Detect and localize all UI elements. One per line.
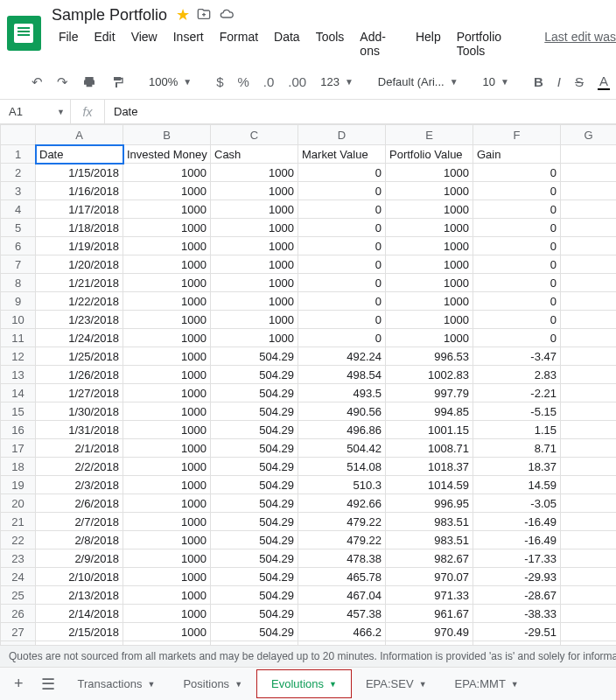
cell[interactable]: 970.49 [386, 623, 473, 641]
cell[interactable]: 0 [298, 329, 386, 347]
col-header-C[interactable]: C [211, 125, 298, 145]
cell[interactable]: 2.83 [473, 366, 561, 384]
cell[interactable]: 510.3 [298, 476, 386, 494]
cell[interactable]: 504.29 [211, 531, 298, 550]
cell[interactable]: 14.59 [473, 476, 561, 494]
row-header[interactable]: 24 [1, 568, 36, 586]
cell[interactable] [561, 439, 617, 458]
cell[interactable]: 1000 [123, 568, 211, 586]
dec-decrease-button[interactable]: .0 [258, 71, 280, 93]
cell[interactable]: 1000 [211, 164, 298, 182]
cell[interactable]: 2/1/2018 [36, 439, 123, 458]
row-header[interactable]: 1 [1, 145, 36, 164]
cell[interactable]: 1/18/2018 [36, 219, 123, 237]
cell[interactable]: 504.29 [211, 347, 298, 366]
last-edit-link[interactable]: Last edit was [532, 26, 616, 61]
cell[interactable]: 1000 [386, 274, 473, 292]
col-header-D[interactable]: D [298, 125, 386, 145]
menu-add-ons[interactable]: Add-ons [353, 26, 407, 61]
cell[interactable]: 0 [298, 237, 386, 256]
cell[interactable]: 2/8/2018 [36, 531, 123, 550]
cell[interactable]: 504.42 [298, 439, 386, 458]
cell[interactable]: 1000 [123, 458, 211, 476]
cell[interactable]: 457.38 [298, 605, 386, 623]
cell[interactable] [561, 274, 617, 292]
cell[interactable]: 1000 [123, 366, 211, 384]
cell[interactable]: 1000 [123, 274, 211, 292]
cell[interactable]: 1000 [386, 219, 473, 237]
row-header[interactable]: 4 [1, 200, 36, 219]
cell[interactable]: 1000 [211, 329, 298, 347]
name-box[interactable]: A1▼ [0, 105, 70, 118]
cell[interactable]: 1/25/2018 [36, 347, 123, 366]
cell[interactable]: 2/7/2018 [36, 513, 123, 531]
cell[interactable]: 492.24 [298, 347, 386, 366]
cell[interactable]: 1/20/2018 [36, 256, 123, 274]
cell[interactable]: 1000 [123, 347, 211, 366]
cell[interactable]: 504.29 [211, 550, 298, 568]
cell[interactable] [561, 513, 617, 531]
cell[interactable] [561, 200, 617, 219]
cell[interactable]: 1000 [123, 623, 211, 641]
cell[interactable]: 0 [298, 200, 386, 219]
row-header[interactable]: 18 [1, 458, 36, 476]
cell[interactable]: 0 [473, 311, 561, 329]
sheet-tab-menu-icon[interactable]: ▼ [147, 680, 155, 689]
cell[interactable]: 1000 [123, 311, 211, 329]
cell[interactable]: Gain [473, 145, 561, 164]
cell[interactable]: -28.67 [473, 586, 561, 605]
cell[interactable]: 1000 [211, 237, 298, 256]
cell[interactable]: 0 [473, 256, 561, 274]
cell[interactable]: Invested Money [123, 145, 211, 164]
col-header-E[interactable]: E [386, 125, 473, 145]
cell[interactable]: 1000 [386, 182, 473, 200]
sheet-tab-epa-sev[interactable]: EPA:SEV▼ [352, 669, 441, 698]
cell[interactable]: 1.15 [473, 421, 561, 439]
cell[interactable]: 1000 [123, 421, 211, 439]
select-all-cell[interactable] [1, 125, 36, 145]
more-formats-dropdown[interactable]: 123▼ [315, 72, 359, 92]
row-header[interactable]: 23 [1, 550, 36, 568]
col-header-G[interactable]: G [561, 125, 617, 145]
cell[interactable]: 0 [473, 292, 561, 311]
cell[interactable]: 0 [298, 182, 386, 200]
cell[interactable]: 1/26/2018 [36, 366, 123, 384]
row-header[interactable]: 11 [1, 329, 36, 347]
redo-button[interactable]: ↷ [52, 71, 74, 94]
row-header[interactable]: 16 [1, 421, 36, 439]
cell[interactable]: 1000 [386, 256, 473, 274]
menu-data[interactable]: Data [267, 26, 307, 61]
cell[interactable] [561, 531, 617, 550]
row-header[interactable]: 22 [1, 531, 36, 550]
cell[interactable]: Portfolio Value [386, 145, 473, 164]
cell[interactable]: 1000 [386, 292, 473, 311]
cell[interactable]: 983.51 [386, 531, 473, 550]
cell[interactable]: 1014.59 [386, 476, 473, 494]
cell[interactable]: 996.53 [386, 347, 473, 366]
cell[interactable]: 504.29 [211, 384, 298, 402]
sheet-tab-menu-icon[interactable]: ▼ [234, 680, 242, 689]
row-header[interactable]: 5 [1, 219, 36, 237]
sheet-tab-menu-icon[interactable]: ▼ [419, 680, 427, 689]
cell[interactable]: 1/16/2018 [36, 182, 123, 200]
cell[interactable]: Market Value [298, 145, 386, 164]
dec-increase-button[interactable]: .00 [283, 71, 312, 93]
cell[interactable]: -17.33 [473, 550, 561, 568]
cell[interactable]: 504.29 [211, 513, 298, 531]
cell[interactable] [561, 494, 617, 513]
cell[interactable]: 1/17/2018 [36, 200, 123, 219]
cell[interactable]: -3.05 [473, 494, 561, 513]
cell[interactable]: 1000 [386, 329, 473, 347]
cell[interactable]: 994.85 [386, 402, 473, 421]
cell[interactable]: 0 [473, 219, 561, 237]
col-header-A[interactable]: A [36, 125, 123, 145]
sheet-tab-epa-mmt[interactable]: EPA:MMT▼ [441, 669, 533, 698]
cell[interactable]: 2/6/2018 [36, 494, 123, 513]
paint-format-button[interactable] [105, 72, 130, 93]
cell[interactable]: -29.51 [473, 623, 561, 641]
row-header[interactable]: 27 [1, 623, 36, 641]
cell[interactable]: 504.29 [211, 439, 298, 458]
row-header[interactable]: 25 [1, 586, 36, 605]
cell[interactable]: 1000 [123, 513, 211, 531]
row-header[interactable]: 20 [1, 494, 36, 513]
